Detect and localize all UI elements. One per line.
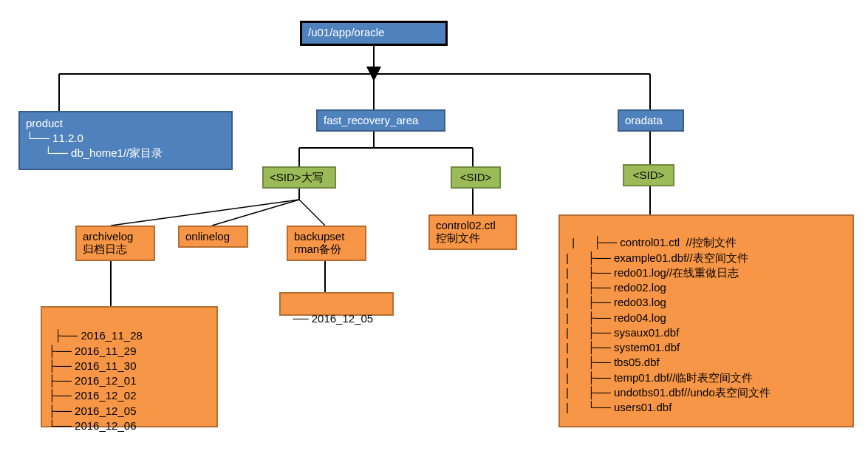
fra-label: fast_recovery_area — [324, 114, 418, 126]
control02-box: control02.ctl 控制文件 — [428, 214, 517, 250]
backupset-dates: ── 2016_12_05 — [293, 312, 373, 325]
product-box: product └── 11.2.0 └── db_home1//家目录 — [18, 111, 233, 170]
archivelog-box: archivelog 归档日志 — [75, 226, 155, 261]
root-path-label: /u01/app/oracle — [308, 26, 384, 38]
oradata-sid-box: <SID> — [623, 164, 674, 186]
control02-title: control02.ctl — [436, 219, 510, 231]
oradata-sid-label: <SID> — [633, 169, 665, 181]
oradata-files: | ├── control01.ctl //控制文件 | ├── example… — [566, 236, 770, 413]
root-path-box: /u01/app/oracle — [300, 21, 448, 46]
control02-subtitle: 控制文件 — [436, 231, 510, 246]
backupset-box: backupset rman备份 — [287, 226, 366, 261]
sid-plain-label: <SID> — [460, 171, 492, 183]
oradata-label: oradata — [625, 114, 663, 126]
archivelog-dates: ├── 2016_11_28 ├── 2016_11_29 ├── 2016_1… — [48, 329, 143, 432]
sid-plain-box: <SID> — [451, 166, 501, 189]
oradata-box: oradata — [618, 109, 684, 132]
product-title: product — [26, 115, 225, 131]
product-line1: └── 11.2.0 — [26, 131, 225, 146]
fra-box: fast_recovery_area — [316, 109, 445, 132]
svg-line-11 — [212, 200, 299, 226]
archivelog-title: archivelog — [83, 230, 148, 243]
product-line2: └── db_home1//家目录 — [26, 146, 225, 160]
backupset-dates-box: ── 2016_12_05 — [279, 292, 394, 316]
sid-upper-box: <SID>大写 — [262, 166, 336, 189]
oradata-files-box: | ├── control01.ctl //控制文件 | ├── example… — [558, 214, 854, 427]
sid-upper-label: <SID>大写 — [270, 171, 324, 183]
svg-line-12 — [299, 200, 325, 226]
backupset-title: backupset — [294, 230, 359, 243]
archivelog-dates-box: ├── 2016_11_28 ├── 2016_11_29 ├── 2016_1… — [41, 306, 218, 427]
onlinelog-label: onlinelog — [185, 230, 230, 243]
svg-line-10 — [111, 200, 299, 226]
archivelog-subtitle: 归档日志 — [83, 243, 148, 257]
onlinelog-box: onlinelog — [178, 226, 248, 248]
backupset-subtitle: rman备份 — [294, 243, 359, 257]
